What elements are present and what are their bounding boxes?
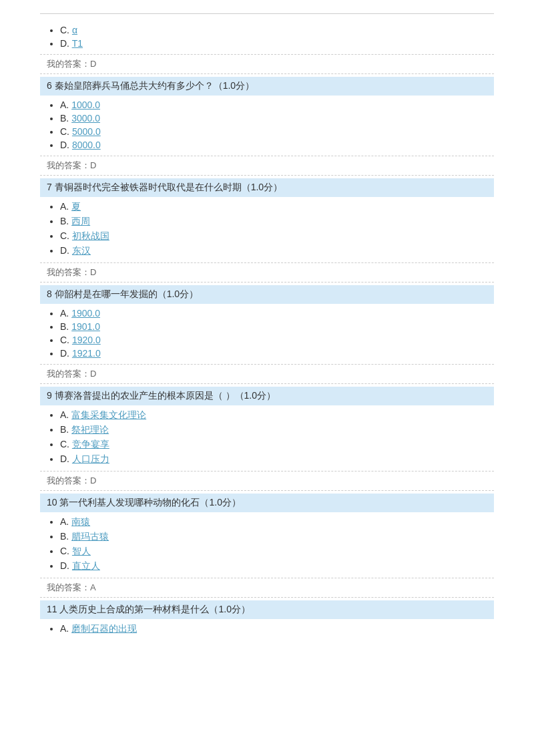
q10-option-c-link[interactable]: 智人 <box>72 546 91 556</box>
q9-option-a: A. 富集采集文化理论 <box>60 409 494 421</box>
q10-option-b: B. 腊玛古猿 <box>60 531 494 543</box>
question-9-options: A. 富集采集文化理论 B. 祭祀理论 C. 竞争宴享 D. 人口压力 <box>40 409 494 465</box>
q7-option-b: B. 西周 <box>60 216 494 228</box>
question-7-text: 青铜器时代完全被铁器时代取代是在什么时期（1.0分） <box>55 182 282 192</box>
q8-option-d-link[interactable]: 1921.0 <box>72 348 101 359</box>
q7-option-c-link[interactable]: 初秋战国 <box>72 230 109 241</box>
q6-option-a: A. 1000.0 <box>60 100 494 110</box>
question-10-text: 第一代利基人发现哪种动物的化石（1.0分） <box>59 497 240 508</box>
q7-option-c: C. 初秋战国 <box>60 230 494 242</box>
q10-option-d: D. 直立人 <box>60 560 494 572</box>
question-9-num: 9 <box>47 390 55 401</box>
section-7: 7 青铜器时代完全被铁器时代取代是在什么时期（1.0分） A. 夏 B. 西周 … <box>40 178 494 282</box>
q9-option-a-link[interactable]: 富集采集文化理论 <box>71 409 146 420</box>
q8-option-b-link[interactable]: 1901.0 <box>71 321 100 332</box>
q7-option-d-link[interactable]: 东汉 <box>72 245 91 256</box>
q8-option-c-link[interactable]: 1920.0 <box>72 335 101 345</box>
question-11-row: 11 人类历史上合成的第一种材料是什么（1.0分） <box>40 600 494 619</box>
page-container: C. α D. T1 我的答案：D 6 秦始皇陪葬兵马俑总共大约有多少个？（1.… <box>0 0 534 667</box>
q6-option-c-link[interactable]: 5000.0 <box>72 126 101 137</box>
my-answer-prev: 我的答案：D <box>40 54 494 74</box>
question-7-row: 7 青铜器时代完全被铁器时代取代是在什么时期（1.0分） <box>40 178 494 197</box>
q8-option-c: C. 1920.0 <box>60 335 494 345</box>
q8-option-a: A. 1900.0 <box>60 308 494 319</box>
question-10-options: A. 南猿 B. 腊玛古猿 C. 智人 D. 直立人 <box>40 516 494 572</box>
pre-option-d-link[interactable]: T1 <box>72 38 83 49</box>
q10-option-c: C. 智人 <box>60 546 494 558</box>
question-6-options: A. 1000.0 B. 3000.0 C. 5000.0 D. 8000.0 <box>40 100 494 150</box>
question-11-num: 11 <box>47 604 59 614</box>
pre-option-c: C. α <box>60 25 494 35</box>
q11-option-a: A. 磨制石器的出现 <box>60 623 494 635</box>
question-6-row: 6 秦始皇陪葬兵马俑总共大约有多少个？（1.0分） <box>40 77 494 96</box>
q8-option-b: B. 1901.0 <box>60 321 494 332</box>
q9-option-d: D. 人口压力 <box>60 453 494 465</box>
my-answer-8: 我的答案：D <box>40 364 494 384</box>
question-6-num: 6 <box>47 80 55 91</box>
question-11-text: 人类历史上合成的第一种材料是什么（1.0分） <box>59 604 250 614</box>
q6-option-d: D. 8000.0 <box>60 140 494 150</box>
question-7-options: A. 夏 B. 西周 C. 初秋战国 D. 东汉 <box>40 201 494 257</box>
question-8-text: 仰韶村是在哪一年发掘的（1.0分） <box>55 289 198 299</box>
section-6: 我的答案：D 6 秦始皇陪葬兵马俑总共大约有多少个？（1.0分） A. 1000… <box>40 54 494 176</box>
question-8-num: 8 <box>47 289 55 299</box>
q9-option-c-link[interactable]: 竞争宴享 <box>72 439 109 449</box>
question-10-row: 10 第一代利基人发现哪种动物的化石（1.0分） <box>40 494 494 512</box>
pre-option-c-link[interactable]: α <box>72 25 77 35</box>
q8-option-a-link[interactable]: 1900.0 <box>71 308 100 319</box>
q8-option-d: D. 1921.0 <box>60 348 494 359</box>
question-9-row: 9 博赛洛普提出的农业产生的根本原因是（ ）（1.0分） <box>40 387 494 405</box>
q6-option-d-link[interactable]: 8000.0 <box>72 140 101 150</box>
my-answer-6: 我的答案：D <box>40 156 494 176</box>
question-7-num: 7 <box>47 182 55 192</box>
q9-option-c: C. 竞争宴享 <box>60 439 494 451</box>
q6-option-c: C. 5000.0 <box>60 126 494 137</box>
q9-option-b-link[interactable]: 祭祀理论 <box>71 424 109 435</box>
q7-option-d: D. 东汉 <box>60 245 494 257</box>
section-9: 9 博赛洛普提出的农业产生的根本原因是（ ）（1.0分） A. 富集采集文化理论… <box>40 387 494 491</box>
question-6-text: 秦始皇陪葬兵马俑总共大约有多少个？（1.0分） <box>55 80 254 91</box>
section-11: 11 人类历史上合成的第一种材料是什么（1.0分） A. 磨制石器的出现 <box>40 600 494 635</box>
section-8: 8 仰韶村是在哪一年发掘的（1.0分） A. 1900.0 B. 1901.0 … <box>40 285 494 384</box>
q6-option-b-link[interactable]: 3000.0 <box>71 113 100 124</box>
my-answer-7: 我的答案：D <box>40 262 494 282</box>
my-answer-9: 我的答案：D <box>40 471 494 491</box>
pre-option-d: D. T1 <box>60 38 494 49</box>
question-11-options: A. 磨制石器的出现 <box>40 623 494 635</box>
q10-option-a-link[interactable]: 南猿 <box>71 516 90 527</box>
question-8-row: 8 仰韶村是在哪一年发掘的（1.0分） <box>40 285 494 304</box>
q10-option-b-link[interactable]: 腊玛古猿 <box>71 531 109 542</box>
q6-option-b: B. 3000.0 <box>60 113 494 124</box>
section-10: 10 第一代利基人发现哪种动物的化石（1.0分） A. 南猿 B. 腊玛古猿 C… <box>40 494 494 598</box>
question-9-text: 博赛洛普提出的农业产生的根本原因是（ ）（1.0分） <box>55 390 276 401</box>
top-divider <box>40 13 494 14</box>
pre-option-d-label: D. <box>60 38 72 49</box>
q6-option-a-link[interactable]: 1000.0 <box>71 100 100 110</box>
pre-option-c-label: C. <box>60 25 72 35</box>
q7-option-a-link[interactable]: 夏 <box>71 201 81 212</box>
q10-option-a: A. 南猿 <box>60 516 494 528</box>
q9-option-b: B. 祭祀理论 <box>60 424 494 436</box>
q9-option-d-link[interactable]: 人口压力 <box>72 453 109 464</box>
question-8-options: A. 1900.0 B. 1901.0 C. 1920.0 D. 1921.0 <box>40 308 494 359</box>
my-answer-10: 我的答案：A <box>40 578 494 598</box>
q10-option-d-link[interactable]: 直立人 <box>72 560 100 571</box>
q11-option-a-link[interactable]: 磨制石器的出现 <box>71 623 137 634</box>
question-10-num: 10 <box>47 497 59 508</box>
pre-options-list: C. α D. T1 <box>40 25 494 49</box>
q7-option-a: A. 夏 <box>60 201 494 213</box>
q7-option-b-link[interactable]: 西周 <box>71 216 90 226</box>
